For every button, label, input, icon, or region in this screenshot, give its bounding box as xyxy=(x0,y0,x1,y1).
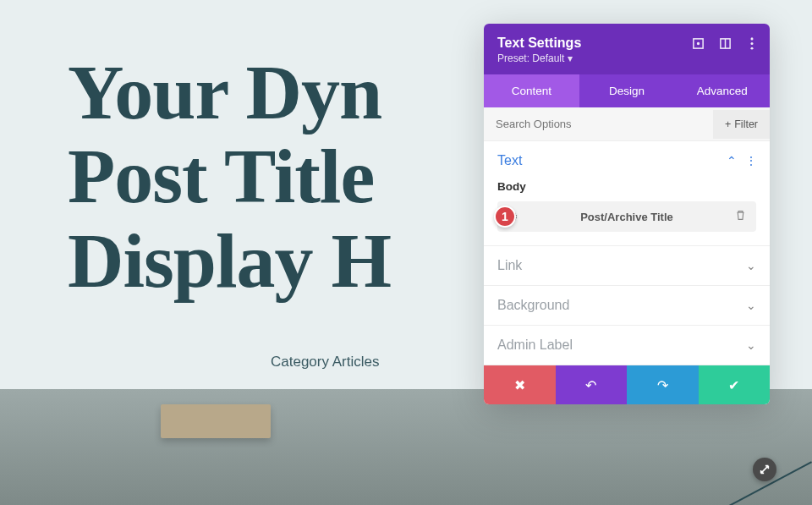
dynamic-content-field[interactable]: 1 ⚙ Post/Archive Title xyxy=(497,201,756,232)
panel-tabs: Content Design Advanced xyxy=(484,74,770,107)
decor-line xyxy=(661,461,812,505)
tab-design[interactable]: Design xyxy=(579,74,675,107)
hero-title-line1: Your Dyn xyxy=(68,51,391,134)
section-admin-label-header[interactable]: Admin Label ⌄ xyxy=(484,326,770,365)
check-icon: ✔ xyxy=(728,377,739,393)
section-text-title: Text xyxy=(497,153,727,168)
cancel-button[interactable]: ✖ xyxy=(484,365,556,404)
tab-content[interactable]: Content xyxy=(484,74,579,107)
undo-button[interactable]: ↶ xyxy=(556,365,628,404)
kebab-icon[interactable] xyxy=(744,36,760,51)
search-input[interactable] xyxy=(484,107,713,140)
section-link-header[interactable]: Link ⌄ xyxy=(484,246,770,285)
filter-button[interactable]: + Filter xyxy=(713,110,770,139)
decor-shelf xyxy=(161,404,271,438)
expand-square-icon[interactable] xyxy=(690,36,705,51)
dynamic-field-value: Post/Archive Title xyxy=(518,211,735,223)
section-kebab-icon[interactable]: ⋮ xyxy=(745,154,756,167)
settings-panel: Text Settings Preset: Default ▾ Content … xyxy=(484,24,770,404)
panel-preset[interactable]: Preset: Default ▾ xyxy=(497,52,756,64)
section-admin-label: Admin Label ⌄ xyxy=(484,326,770,365)
redo-icon: ↷ xyxy=(657,377,668,393)
svg-point-4 xyxy=(751,37,754,40)
panel-header-icons xyxy=(690,36,760,51)
hero-title-line2: Post Title xyxy=(68,134,391,218)
panel-body: Text ⌃ ⋮ Body 1 ⚙ Post/Archive Title Lin… xyxy=(484,141,770,365)
panel-actions: ✖ ↶ ↷ ✔ xyxy=(484,365,770,404)
plus-icon: + xyxy=(725,118,731,130)
section-background-title: Background xyxy=(497,298,746,313)
section-admin-label-title: Admin Label xyxy=(497,338,746,353)
svg-point-5 xyxy=(751,42,754,45)
search-row: + Filter xyxy=(484,107,770,141)
callout-badge: 1 xyxy=(494,206,516,228)
resize-handle[interactable] xyxy=(753,458,776,481)
body-label: Body xyxy=(497,180,756,193)
section-text-content: Body 1 ⚙ Post/Archive Title xyxy=(484,180,770,245)
columns-icon[interactable] xyxy=(717,36,732,51)
trash-icon[interactable] xyxy=(735,210,746,223)
caret-down-icon: ▾ xyxy=(568,52,573,64)
save-button[interactable]: ✔ xyxy=(699,365,771,404)
chevron-up-icon: ⌃ xyxy=(727,154,737,167)
panel-header[interactable]: Text Settings Preset: Default ▾ xyxy=(484,24,770,74)
undo-icon: ↶ xyxy=(585,377,596,393)
chevron-down-icon: ⌄ xyxy=(746,338,756,352)
hero-title: Your Dyn Post Title Display H xyxy=(68,51,391,303)
close-icon: ✖ xyxy=(514,377,525,393)
chevron-down-icon: ⌄ xyxy=(746,259,756,272)
hero-title-line3: Display H xyxy=(68,219,391,303)
filter-label: Filter xyxy=(734,118,758,130)
svg-point-1 xyxy=(697,42,699,44)
tab-advanced[interactable]: Advanced xyxy=(674,74,770,107)
chevron-down-icon: ⌄ xyxy=(746,299,756,312)
redo-button[interactable]: ↷ xyxy=(627,365,699,404)
svg-point-6 xyxy=(751,47,754,49)
section-background: Background ⌄ xyxy=(484,286,770,326)
panel-preset-label: Preset: Default xyxy=(497,52,564,64)
section-background-header[interactable]: Background ⌄ xyxy=(484,286,770,325)
section-link: Link ⌄ xyxy=(484,246,770,286)
hero-subtitle: Category Articles xyxy=(271,354,380,371)
section-text: Text ⌃ ⋮ Body 1 ⚙ Post/Archive Title xyxy=(484,141,770,246)
section-text-header[interactable]: Text ⌃ ⋮ xyxy=(484,141,770,180)
section-link-title: Link xyxy=(497,258,746,273)
